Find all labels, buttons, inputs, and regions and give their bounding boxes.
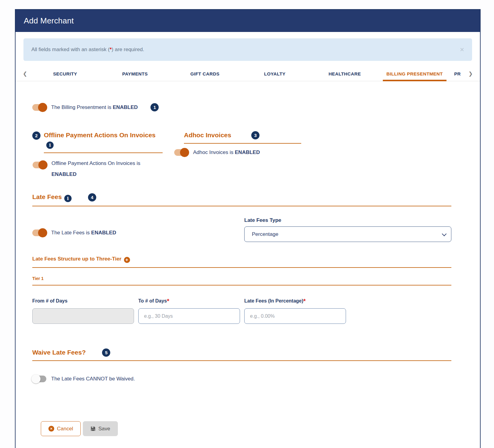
close-icon[interactable]: ×: [460, 46, 464, 53]
info-icon[interactable]: i: [64, 195, 72, 202]
to-days-label: To # of Days*: [138, 298, 240, 305]
late-fees-percentage-input[interactable]: [244, 308, 346, 324]
banner-text: All fields marked with an asterisk (*) a…: [31, 47, 144, 53]
step-badge-4: 4: [88, 193, 96, 201]
offline-toggle-label: Offline Payment Actions On Invoices is E…: [51, 158, 140, 180]
from-days-input: [32, 308, 134, 324]
add-merchant-dialog: Add Merchant All fields marked with an a…: [15, 9, 481, 448]
late-fees-section: Late Feesi 4 The Late Fees is ENABLED La…: [32, 193, 451, 242]
waive-toggle-row: The Late Fees CANNOT be Waived.: [32, 376, 451, 382]
tab-payments[interactable]: PAYMENTS: [100, 66, 170, 81]
cancel-x-icon: ✕: [48, 426, 54, 432]
tab-healthcare[interactable]: HEALTHCARE: [310, 66, 380, 81]
late-fees-toggle-label: The Late Fees is ENABLED: [51, 230, 116, 236]
late-fees-toggle[interactable]: [32, 229, 46, 236]
late-fees-type-field: Late Fees Type Percentage: [244, 217, 451, 242]
to-days-field: To # of Days*: [138, 298, 240, 324]
adhoc-toggle-row: Adhoc Invoices is ENABLED: [174, 149, 451, 156]
chevron-left-icon[interactable]: ❮: [20, 66, 30, 81]
tab-billing-presentment[interactable]: BILLING PRESENTMENT: [380, 66, 450, 81]
tier-1-fields-row: From # of Days To # of Days* Late Fees (…: [32, 298, 451, 324]
tier-1-label: Tier 1: [32, 276, 44, 281]
save-button[interactable]: Save: [83, 421, 118, 436]
adhoc-toggle-label: Adhoc Invoices is ENABLED: [193, 149, 260, 156]
add-tier-icon[interactable]: +: [124, 257, 130, 263]
step-badge-3: 3: [251, 131, 259, 139]
adhoc-invoices-section: Adhoc Invoices 3 Adhoc Invoices is ENABL…: [184, 131, 451, 156]
toggle-knob: [180, 148, 189, 157]
late-fees-title: Late Feesi: [32, 193, 72, 202]
waive-title: Waive Late Fees?: [32, 348, 86, 357]
tab-security[interactable]: SECURITY: [30, 66, 100, 81]
billing-toggle-row: The Billing Presentment is ENABLED 1: [32, 103, 451, 111]
toggle-knob: [31, 374, 41, 383]
sections-row: 2 Offline Payment Actions On Invoicesi O…: [32, 131, 451, 180]
required-asterisk: *: [167, 298, 169, 304]
late-fees-toggle-row: The Late Fees is ENABLED: [32, 223, 244, 242]
offline-payment-section: 2 Offline Payment Actions On Invoicesi O…: [32, 131, 184, 180]
waive-toggle-label: The Late Fees CANNOT be Waived.: [51, 376, 135, 382]
required-fields-banner: All fields marked with an asterisk (*) a…: [23, 38, 472, 61]
billing-toggle-label: The Billing Presentment is ENABLED: [51, 104, 138, 110]
toggle-knob: [38, 228, 47, 237]
late-fees-percentage-field: Late Fees (In Percentage)*: [244, 298, 346, 324]
chevron-right-icon[interactable]: ❯: [465, 66, 476, 81]
tab-bar: ❮ SECURITY PAYMENTS GIFT CARDS LOYALTY H…: [16, 66, 480, 81]
tab-gift-cards[interactable]: GIFT CARDS: [170, 66, 240, 81]
adhoc-invoices-toggle[interactable]: [174, 149, 188, 156]
toggle-knob: [38, 103, 47, 112]
offline-payment-toggle[interactable]: [33, 162, 47, 168]
late-fees-structure-header: Late Fees Structure up to Three-Tier+: [32, 256, 451, 268]
billing-presentment-panel: The Billing Presentment is ENABLED 1 2 O…: [16, 81, 480, 448]
waive-late-fees-toggle[interactable]: [32, 376, 46, 382]
structure-title: Late Fees Structure up to Three-Tier: [32, 256, 122, 262]
cancel-button[interactable]: ✕ Cancel: [41, 421, 81, 436]
page-title: Add Merchant: [24, 16, 74, 26]
offline-toggle-row: Offline Payment Actions On Invoices is E…: [32, 158, 184, 180]
asterisk: *: [110, 47, 112, 52]
save-floppy-icon: [90, 426, 96, 431]
step-badge-1: 1: [150, 103, 159, 111]
waive-late-fees-section: Waive Late Fees? 5 The Late Fees CANNOT …: [32, 348, 451, 382]
tab-loyalty[interactable]: LOYALTY: [240, 66, 310, 81]
to-days-input[interactable]: [138, 308, 240, 324]
from-days-label: From # of Days: [32, 298, 134, 305]
from-days-field: From # of Days: [32, 298, 134, 324]
step-badge-2: 2: [32, 131, 41, 140]
late-fees-type-select[interactable]: Percentage: [244, 226, 451, 242]
late-fees-percentage-label: Late Fees (In Percentage)*: [244, 298, 346, 305]
adhoc-section-title: Adhoc Invoices: [184, 131, 231, 139]
step-badge-5: 5: [102, 348, 110, 357]
tier-1-header: Tier 1: [32, 276, 451, 285]
billing-presentment-toggle[interactable]: [32, 104, 46, 111]
info-icon[interactable]: i: [46, 142, 54, 149]
dialog-header: Add Merchant: [16, 10, 480, 32]
required-asterisk: *: [303, 298, 306, 304]
offline-section-title: Offline Payment Actions On Invoicesi: [44, 131, 163, 152]
action-buttons: ✕ Cancel Save: [32, 421, 451, 436]
late-fees-type-label: Late Fees Type: [244, 217, 451, 223]
toggle-knob: [38, 160, 48, 170]
tab-pr-truncated[interactable]: PR: [450, 66, 465, 81]
